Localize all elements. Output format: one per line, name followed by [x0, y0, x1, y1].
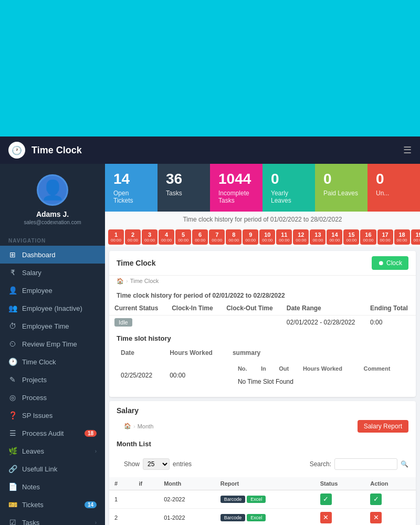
action-delete-btn[interactable]: ✕ [370, 512, 382, 523]
date-chip[interactable]: 400:00 [159, 229, 174, 245]
entries-controls: Show 25 50 100 entries Search: 🔍 [109, 451, 416, 477]
sidebar-item-review-emp-time[interactable]: ⏲ Review Emp Time [0, 335, 105, 353]
process-audit-badge: 18 [85, 430, 97, 437]
sidebar-item-label: Review Emp Time [22, 340, 77, 348]
stat-paid-leaves: 0 Paid Leaves [315, 164, 368, 212]
row-if [134, 508, 159, 525]
sidebar-item-label: Employee Time [22, 322, 69, 330]
date-chip[interactable]: 500:00 [175, 229, 191, 245]
sidebar-item-employee[interactable]: 👤 Employee [0, 281, 105, 299]
sidebar-item-label: Tasks [22, 519, 39, 526]
sidebar-item-notes[interactable]: 📄 Notes [0, 478, 105, 496]
sidebar-item-sp-issues[interactable]: ❓ SP Issues [0, 406, 105, 424]
sidebar-item-dashboard[interactable]: ⊞ Dashboard [0, 246, 105, 264]
stat-label: Paid Leaves [323, 190, 359, 197]
sidebar-item-label: Time Clock [22, 358, 56, 366]
date-chip[interactable]: 300:00 [142, 229, 158, 245]
date-chip[interactable]: 1500:00 [343, 229, 359, 245]
stat-label: Tasks [166, 190, 202, 197]
status-cell: Idle [109, 315, 166, 329]
stat-number: 14 [113, 171, 149, 187]
sidebar-item-leaves[interactable]: 🌿 Leaves › [0, 442, 105, 460]
no-data-label: No Time Slot Found [234, 375, 403, 388]
date-chip[interactable]: 1100:00 [276, 229, 292, 245]
time-clock-section: Time Clock ⏺ Clock 🏠 › Time Clock Time c… [109, 251, 416, 397]
search-input[interactable] [334, 458, 397, 470]
date-chip[interactable]: 700:00 [209, 229, 225, 245]
slot-hours: 00:00 [165, 359, 228, 392]
date-chip[interactable]: 1200:00 [293, 229, 309, 245]
date-chip[interactable]: 1400:00 [327, 229, 342, 245]
sidebar-item-label: Notes [22, 483, 40, 491]
barcode-btn[interactable]: Barcode [220, 496, 246, 503]
sidebar-item-label: Employee [22, 287, 52, 295]
projects-icon: ✎ [8, 375, 17, 384]
col-ending-total: Ending Total [365, 301, 416, 316]
home-link[interactable]: 🏠 [117, 278, 124, 285]
search-bar: Search: 🔍 [310, 458, 408, 470]
date-chip[interactable]: 100:00 [108, 229, 124, 245]
hamburger-icon[interactable]: ☰ [403, 144, 412, 156]
stat-incomplete-tasks: 1044 Incomplete Tasks [210, 164, 262, 212]
row-report: Barcode Excel [215, 508, 315, 525]
excel-btn[interactable]: Excel [247, 496, 266, 503]
action-edit-btn[interactable]: ✓ [370, 494, 382, 505]
slot-title: Time slot history [117, 334, 408, 342]
status-delete-btn[interactable]: ✕ [320, 512, 332, 523]
excel-btn[interactable]: Excel [247, 514, 266, 521]
stat-number: 1044 [218, 171, 254, 187]
date-chip[interactable]: 1900:00 [411, 229, 420, 245]
salary-icon: ₹ [8, 268, 17, 277]
stat-open-tickets: 14 Open Tickets [105, 164, 158, 212]
sidebar-item-time-clock[interactable]: 🕐 Time Clock [0, 353, 105, 371]
date-chip[interactable]: 900:00 [243, 229, 258, 245]
toggle-icon: ⏺ [378, 259, 384, 267]
date-chip[interactable]: 1000:00 [259, 229, 275, 245]
sidebar-item-projects[interactable]: ✎ Projects [0, 371, 105, 388]
sidebar-item-process[interactable]: ◎ Process [0, 388, 105, 406]
user-name: Adams J. [36, 210, 69, 218]
sidebar-item-useful-link[interactable]: 🔗 Usefull Link [0, 460, 105, 478]
home-link[interactable]: 🏠 [124, 423, 131, 429]
salary-section: Salary 🏠 › Month Salary Report Month Lis… [109, 401, 416, 525]
no-data-row: No Time Slot Found [234, 375, 403, 388]
link-icon: 🔗 [8, 465, 17, 473]
col-date-range: Date Range [281, 301, 365, 316]
clock-button[interactable]: ⏺ Clock [372, 256, 408, 270]
date-chip[interactable]: 1300:00 [310, 229, 326, 245]
clock-in-cell [166, 315, 221, 329]
status-edit-btn[interactable]: ✓ [320, 494, 332, 505]
barcode-btn[interactable]: Barcode [220, 514, 246, 521]
sidebar-item-employee-inactive[interactable]: 👥 Employee (Inactive) [0, 299, 105, 317]
sidebar-item-salary[interactable]: ₹ Salary [0, 264, 105, 281]
date-chip[interactable]: 1600:00 [360, 229, 376, 245]
employee-inactive-icon: 👥 [8, 304, 17, 312]
col-current-status: Current Status [109, 301, 166, 316]
user-section: 👤 Adams J. sales@codexnation.com [0, 164, 105, 233]
sidebar-item-label: Projects [22, 376, 47, 384]
row-month: 01-2022 [159, 508, 215, 525]
time-clock-section-title: Time Clock [117, 259, 155, 267]
col-clock-in: Clock-In Time [166, 301, 221, 316]
entries-select[interactable]: 25 50 100 [143, 458, 170, 470]
date-chip[interactable]: 200:00 [125, 229, 141, 245]
salary-section-title: Salary [117, 406, 139, 415]
notes-icon: 📄 [8, 482, 17, 491]
date-strip: 100:00 200:00 300:00 400:00 500:00 600:0… [105, 227, 420, 247]
date-strip-header: Time clock history for period of 01/02/2… [105, 212, 420, 227]
salary-report-button[interactable]: Salary Report [358, 420, 408, 433]
sidebar-item-employee-time[interactable]: ⏱ Employee Time [0, 317, 105, 335]
sidebar-item-tasks[interactable]: ☑ Tasks › [0, 513, 105, 525]
ending-total-cell: 0:00 [365, 315, 416, 329]
date-chip[interactable]: 1700:00 [377, 229, 393, 245]
chevron-right-icon: › [95, 520, 97, 526]
clock-out-cell [221, 315, 281, 329]
date-chip[interactable]: 600:00 [192, 229, 208, 245]
sidebar-item-process-audit[interactable]: ☰ Process Audit 18 [0, 424, 105, 442]
table-row: Idle 02/01/2022 - 02/28/2022 0:00 [109, 315, 416, 329]
row-no: 1 [109, 490, 134, 508]
date-chip[interactable]: 800:00 [226, 229, 242, 245]
salary-breadcrumb: 🏠 › Month [117, 421, 161, 432]
date-chip[interactable]: 1800:00 [394, 229, 410, 245]
sidebar-item-tickets[interactable]: 🎫 Tickets 14 [0, 496, 105, 513]
